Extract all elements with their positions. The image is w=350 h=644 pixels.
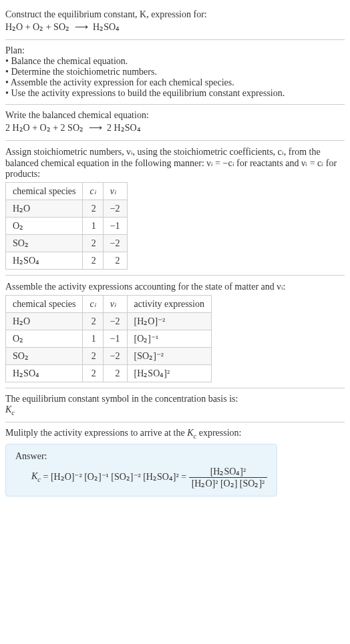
cell-ci: 2 [83,365,103,382]
col-species: chemical species [6,296,83,313]
cell-species: O₂ [6,218,83,235]
plan-item: • Assemble the activity expression for e… [5,77,345,88]
col-vi: νᵢ [103,296,127,313]
table-header-row: chemical species cᵢ νᵢ activity expressi… [6,296,212,313]
cell-vi: −2 [103,313,127,330]
col-vi: νᵢ [103,183,127,200]
cell-ci: 2 [83,252,103,270]
final-intro-text: Mulitply the activity expressions to arr… [5,428,241,438]
col-ci: cᵢ [83,296,103,313]
table-row: H₂O 2 −2 [H₂O]⁻² [6,313,212,330]
balanced: Write the balanced chemical equation: 2 … [5,106,345,139]
balanced-equation: 2 H₂O + O₂ + 2 SO₂ 2 H₂SO₄ [5,122,345,133]
answer-label: Answer: [15,451,267,462]
cell-vi: −2 [103,235,127,252]
divider [5,39,345,40]
table-row: H₂SO₄ 2 2 [6,252,128,270]
balanced-title: Write the balanced chemical equation: [5,110,345,121]
cell-vi: −2 [103,200,127,218]
plan-item: • Determine the stoichiometric numbers. [5,67,345,77]
cell-expr: [H₂SO₄]² [127,365,211,382]
cell-ci: 1 [83,218,103,235]
divider [5,388,345,388]
divider [5,104,345,105]
activity: Assemble the activity expressions accoun… [5,277,345,386]
table-header-row: chemical species cᵢ νᵢ [6,183,128,200]
cell-species: H₂O [6,313,83,330]
cell-species: H₂O [6,200,83,218]
activity-intro: Assemble the activity expressions accoun… [5,281,345,292]
cell-vi: −2 [103,348,127,365]
cell-vi: 2 [103,365,127,382]
divider [5,275,345,276]
col-species: chemical species [6,183,83,200]
final-intro: Mulitply the activity expressions to arr… [5,428,345,440]
kc-eq: = [H₂O]⁻² [O₂]⁻¹ [SO₂]⁻² [H₂SO₄]² = [43,471,189,481]
frac-denominator: [H₂O]² [O₂] [SO₂]² [189,478,268,489]
arrow-icon [86,123,105,133]
divider [5,140,345,141]
eq-right: H₂SO₄ [93,22,120,32]
table-row: H₂O 2 −2 [6,200,128,218]
col-expr: activity expression [127,296,211,313]
table-row: SO₂ 2 −2 [SO₂]⁻² [6,348,212,365]
plan-item: • Use the activity expressions to build … [5,88,345,99]
frac-numerator: [H₂SO₄]² [189,466,268,478]
arrow-icon [72,22,91,32]
cell-expr: [SO₂]⁻² [127,348,211,365]
kc-expression: Kc = [H₂O]⁻² [O₂]⁻¹ [SO₂]⁻² [H₂SO₄]² = [… [31,466,267,489]
eq-right: 2 H₂SO₄ [107,123,141,133]
cell-expr: [O₂]⁻¹ [127,330,211,348]
activity-table: chemical species cᵢ νᵢ activity expressi… [5,295,212,382]
cell-species: O₂ [6,330,83,348]
prompt-equation: H₂O + O₂ + SO₂ H₂SO₄ [5,21,345,33]
col-ci: cᵢ [83,183,103,200]
eq-left: 2 H₂O + O₂ + 2 SO₂ [5,123,83,133]
kc-symbol-value: Kc [5,404,345,416]
plan-item: • Balance the chemical equation. [5,56,345,67]
kc-symbol: The equilibrium constant symbol in the c… [5,390,345,420]
kc-var: Kc [31,471,41,481]
cell-ci: 1 [83,330,103,348]
cell-expr: [H₂O]⁻² [127,313,211,330]
cell-species: H₂SO₄ [6,252,83,270]
cell-vi: 2 [103,252,127,270]
cell-species: SO₂ [6,348,83,365]
prompt-title: Construct the equilibrium constant, K, e… [5,9,345,20]
table-row: O₂ 1 −1 [O₂]⁻¹ [6,330,212,348]
stoich-table: chemical species cᵢ νᵢ H₂O 2 −2 O₂ 1 −1 … [5,182,128,270]
prompt: Construct the equilibrium constant, K, e… [5,5,345,38]
table-row: O₂ 1 −1 [6,218,128,235]
divider [5,422,345,422]
table-row: H₂SO₄ 2 2 [H₂SO₄]² [6,365,212,382]
stoich-intro: Assign stoichiometric numbers, νᵢ, using… [5,146,345,180]
cell-ci: 2 [83,235,103,252]
answer-box: Answer: Kc = [H₂O]⁻² [O₂]⁻¹ [SO₂]⁻² [H₂S… [5,444,277,497]
final: Mulitply the activity expressions to arr… [5,424,345,501]
cell-ci: 2 [83,348,103,365]
table-row: SO₂ 2 −2 [6,235,128,252]
cell-vi: −1 [103,330,127,348]
cell-species: H₂SO₄ [6,365,83,382]
eq-left: H₂O + O₂ + SO₂ [5,22,69,32]
cell-ci: 2 [83,313,103,330]
cell-species: SO₂ [6,235,83,252]
kc-symbol-text: The equilibrium constant symbol in the c… [5,394,345,404]
cell-vi: −1 [103,218,127,235]
prompt-text: Construct the equilibrium constant, K, e… [5,9,207,19]
cell-ci: 2 [83,200,103,218]
plan: Plan: • Balance the chemical equation. •… [5,41,345,103]
kc-fraction: [H₂SO₄]² [H₂O]² [O₂] [SO₂]² [189,466,268,489]
plan-title: Plan: [5,45,345,56]
stoich: Assign stoichiometric numbers, νᵢ, using… [5,142,345,274]
